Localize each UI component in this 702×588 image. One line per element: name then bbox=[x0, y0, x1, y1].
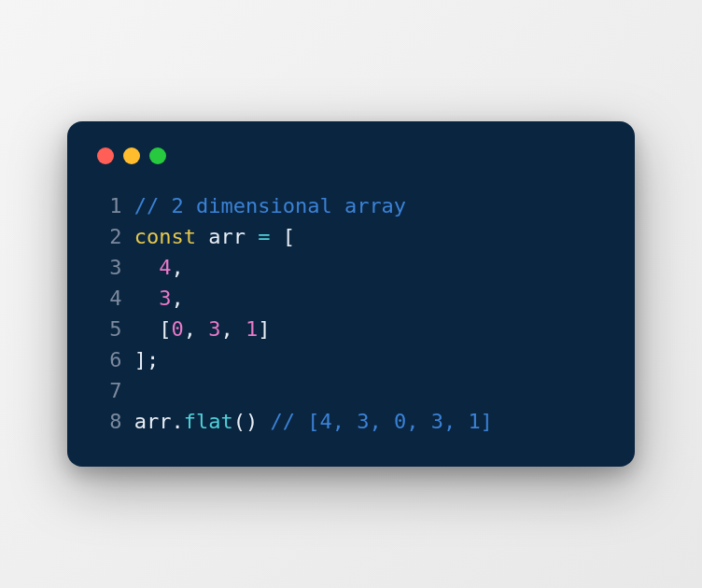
number: 1 bbox=[246, 314, 258, 344]
comment: // 2 dimensional array bbox=[134, 190, 406, 221]
method: flat bbox=[184, 406, 233, 437]
code-line: 3 4, bbox=[97, 252, 605, 283]
identifier: arr bbox=[134, 406, 172, 437]
line-number: 8 bbox=[97, 406, 121, 437]
number: 0 bbox=[171, 314, 183, 344]
number: 3 bbox=[208, 314, 220, 344]
code-line: 1 // 2 dimensional array bbox=[97, 190, 605, 221]
punct: () bbox=[233, 406, 271, 437]
line-number: 2 bbox=[97, 221, 121, 252]
identifier: arr bbox=[196, 221, 258, 252]
punct: [ bbox=[270, 221, 295, 252]
code-line: 6 ]; bbox=[97, 344, 605, 375]
operator: = bbox=[258, 221, 270, 252]
punct: , bbox=[184, 314, 209, 344]
line-number: 4 bbox=[97, 283, 121, 314]
keyword: const bbox=[134, 221, 196, 252]
line-number: 1 bbox=[97, 190, 121, 221]
bracket: ] bbox=[258, 314, 270, 344]
line-number: 7 bbox=[97, 375, 121, 406]
punct: , bbox=[171, 252, 183, 283]
code-line: 5 [0, 3, 1] bbox=[97, 314, 605, 344]
line-number: 6 bbox=[97, 344, 121, 375]
code-line: 8 arr.flat() // [4, 3, 0, 3, 1] bbox=[97, 406, 605, 437]
window-controls bbox=[97, 147, 605, 164]
code-line: 7 bbox=[97, 375, 605, 406]
punct: . bbox=[171, 406, 183, 437]
comment: // [4, 3, 0, 3, 1] bbox=[270, 406, 492, 437]
code-line: 4 3, bbox=[97, 283, 605, 314]
punct: ]; bbox=[134, 344, 160, 375]
close-icon[interactable] bbox=[97, 147, 114, 164]
line-number: 3 bbox=[97, 252, 121, 283]
line-number: 5 bbox=[97, 314, 121, 344]
maximize-icon[interactable] bbox=[149, 147, 166, 164]
indent bbox=[134, 314, 160, 344]
number: 3 bbox=[159, 283, 171, 314]
bracket: [ bbox=[159, 314, 171, 344]
number: 4 bbox=[159, 252, 171, 283]
punct: , bbox=[171, 283, 183, 314]
indent bbox=[134, 252, 160, 283]
code-window: 1 // 2 dimensional array 2 const arr = [… bbox=[67, 121, 635, 467]
minimize-icon[interactable] bbox=[123, 147, 140, 164]
punct: , bbox=[220, 314, 246, 344]
code-line: 2 const arr = [ bbox=[97, 221, 605, 252]
code-block: 1 // 2 dimensional array 2 const arr = [… bbox=[97, 190, 605, 437]
indent bbox=[134, 283, 160, 314]
